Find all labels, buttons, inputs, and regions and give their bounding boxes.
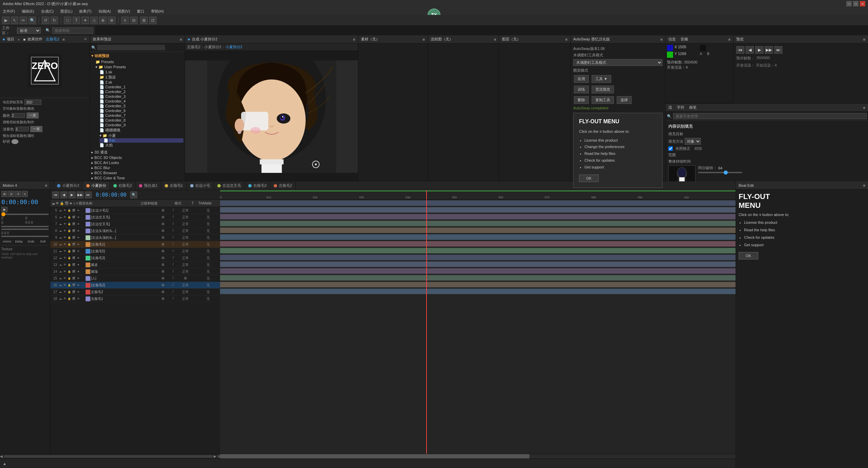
timeline-tab-7[interactable]: 右边小毛 — [187, 181, 214, 190]
motion-btn-2[interactable]: ⊡ — [8, 191, 14, 197]
flow-search-input[interactable] — [673, 113, 867, 119]
track-row-13[interactable] — [220, 254, 736, 261]
layer-row-12[interactable]: 12 ☁ 👁 🔒 🎬 ★ [右脸毛3] 单 / 正常 无 — [50, 255, 220, 262]
as-tool-btn[interactable]: 工具 ▼ — [592, 75, 611, 83]
tool-shape[interactable]: □ — [64, 17, 71, 24]
breadcrumb-zuilian[interactable]: 左脸毛2 — [187, 44, 200, 50]
flow-menu-btn[interactable]: ≡ — [863, 106, 865, 110]
beat-ok-btn[interactable]: OK — [739, 252, 758, 259]
tl-prev-btn[interactable]: ◀ — [60, 192, 67, 198]
preset-ctrl4[interactable]: 📄 Controller_4 — [100, 99, 183, 104]
layer-row-11[interactable]: 11 ☁ 👁 🔒 🎬 ★ [左脸毛5] 单 / 正常 无 — [50, 248, 220, 255]
breadcrumb-xiaoxia2[interactable]: 小夏拆分2 — [225, 44, 242, 50]
color-btn[interactable]: 一展 — [26, 112, 39, 119]
preset-ctrl7[interactable]: 📄 Controller_7 — [100, 113, 183, 118]
timeline-tab-6[interactable]: 左脸毛1 — [161, 181, 187, 190]
fill-target-select[interactable]: 对象 — [685, 138, 701, 145]
menu-help[interactable]: 帮助(H) — [150, 8, 165, 15]
track-row-8[interactable] — [220, 220, 736, 227]
layer-row-8[interactable]: 8 ☁ 👁 🔒 🎬 ★ [左边头顶的头...] 单 / 正常 无 — [50, 228, 220, 234]
align-btn-1[interactable]: ⊞ — [140, 17, 148, 24]
track-row-10[interactable] — [220, 234, 736, 240]
workspace-select[interactable]: 标准 — [17, 28, 41, 34]
track-row-17[interactable] — [220, 281, 736, 288]
layer-row-17[interactable]: 17 ☁ 👁 🔒 🎬 ★ 左脸毛2 单 / 正常 无 — [50, 289, 220, 295]
tool-select[interactable]: ▶ — [2, 17, 10, 24]
layer-row-9[interactable]: 9 ☁ 👁 🔒 🎬 ★ [左边头顶的头...] 单 / 正常 无 — [50, 234, 220, 241]
menu-effects[interactable]: 效果(T) — [78, 8, 93, 15]
tile-width-input[interactable] — [24, 100, 41, 105]
layer-row-18[interactable]: 18 ☁ 👁 🔒 🎬 ★ 右脸毛1 单 / 正常 无 — [50, 295, 220, 302]
bcc-blur[interactable]: ▸ BCC Blur — [91, 166, 183, 170]
panel-close[interactable]: ✕ — [84, 37, 87, 41]
bcc-3d-objects[interactable]: ▸ BCC 3D Objects — [91, 156, 183, 160]
tool-redo[interactable]: ↻ — [51, 17, 58, 24]
effects-menu-btn[interactable]: ≡ — [180, 37, 182, 41]
menu-compose[interactable]: 合成(C) — [40, 8, 55, 15]
preset-ctrl2[interactable]: 📄 Controller_2 — [100, 90, 183, 94]
layer-row-10[interactable]: 10 ☁ 👁 🔒 🎬 ★ [左脸毛1] 单 / 正常 无 — [50, 241, 220, 248]
playhead[interactable] — [426, 190, 427, 199]
preset-ctrl1[interactable]: 📄 Controller_1 — [100, 85, 183, 89]
tool-align-h[interactable]: ⊟ — [130, 17, 138, 24]
timeline-tab-10[interactable]: 左脸毛2 — [270, 181, 296, 190]
preset-1[interactable]: 📁 1.预设 — [100, 75, 183, 80]
track-row-12[interactable] — [220, 247, 736, 254]
preset-ctrl5[interactable]: 📄 Controller_5 — [100, 104, 183, 108]
tool-stamp[interactable]: ⊕ — [99, 17, 107, 24]
flyout-ok-btn[interactable]: OK — [579, 175, 599, 182]
timeline-scroll-left[interactable]: ◀ — [0, 454, 3, 458]
timeline-tab-9[interactable]: 右脸毛3 — [245, 181, 270, 190]
preset-mmmo[interactable]: 📄 嗯嗯嗯哦 — [100, 128, 183, 133]
tl-next-btn[interactable]: ▶▶ — [77, 192, 84, 198]
layer-row-5[interactable]: 5 ☁ 👁 🔒 🎬 ★ [左边小毛1] 单 / 正常 无 — [50, 207, 220, 214]
track-row-5[interactable] — [220, 200, 736, 206]
as-train-btn[interactable]: 训练 — [574, 86, 589, 93]
xiaoxia-folder[interactable]: ▾ 📁 小夏 — [100, 133, 183, 138]
as-mode-select[interactable]: 木偶图钉工具模式 — [573, 59, 663, 66]
effects-search-input[interactable] — [97, 45, 165, 50]
timeline-expand[interactable]: ⧉ — [218, 454, 220, 458]
timeline-tab-4[interactable]: 右脸毛2 — [110, 181, 135, 190]
menu-edit[interactable]: 编辑(E) — [20, 8, 36, 15]
playback-first[interactable]: ⏮ — [736, 46, 744, 54]
beat-edit-menu-btn[interactable]: ≡ — [863, 183, 865, 187]
as-select-btn[interactable]: 选择 — [617, 96, 632, 104]
breadcrumb-xiaoxia1[interactable]: 小夏拆分2 — [204, 44, 221, 50]
menu-layer[interactable]: 图层(L) — [59, 8, 74, 15]
timeline-tab-2[interactable]: 小夏拆分2 — [54, 181, 83, 190]
layer-row-13[interactable]: 13 ☁ 👁 🔒 🎬 ★ 腻皮 单 / 正常 无 — [50, 262, 220, 268]
tool-eraser[interactable]: ◇ — [90, 17, 98, 24]
motion-slider-2[interactable] — [1, 226, 49, 227]
preview-menu-btn[interactable]: ≡ — [353, 37, 355, 41]
motion-btn-1[interactable]: ⊞ — [1, 191, 7, 197]
preset-ctrl9[interactable]: 📄 Controller_9 — [100, 123, 183, 127]
as-apply-btn[interactable]: 应用 — [574, 75, 589, 83]
menu-animation[interactable]: 动画(A) — [97, 8, 112, 15]
source-menu[interactable]: ≡ — [423, 37, 425, 41]
info-menu[interactable]: ≡ — [728, 37, 730, 41]
light-correction-checkbox[interactable] — [668, 146, 673, 151]
as-delete-btn[interactable]: 删除 — [574, 96, 589, 104]
motion-btn-4[interactable]: ⊙ — [22, 191, 28, 197]
preset-ctrl8[interactable]: 📄 Controller_8 — [100, 118, 183, 123]
motion-slider-4[interactable] — [1, 236, 49, 237]
tl-search-btn[interactable]: 🔍 — [130, 192, 137, 198]
motion-menu-btn[interactable]: ≡ — [45, 183, 47, 187]
tl-first-btn[interactable]: ⏮ — [52, 192, 59, 198]
bcc-art-looks[interactable]: ▸ BCC Art Looks — [91, 161, 183, 165]
as-flow-btn[interactable]: 宽流预览 — [592, 86, 614, 93]
composition-view[interactable] — [185, 60, 358, 173]
timeline-zoom-bar[interactable] — [4, 455, 212, 457]
bcc-color-tone[interactable]: ▸ BCC Color & Tone — [91, 176, 183, 180]
preset-2sk[interactable]: 📄 2.sk — [100, 80, 183, 85]
timeline-tab-8[interactable]: 左边交叉毛 — [214, 181, 245, 190]
search-input[interactable] — [52, 28, 93, 34]
track-row-11[interactable] — [220, 240, 736, 247]
menu-view[interactable]: 视图(V) — [116, 8, 131, 15]
effects-controls-menu[interactable]: ≡ — [62, 37, 65, 41]
track-row-6[interactable] — [220, 206, 736, 213]
tool-pen[interactable]: ✏ — [20, 17, 27, 24]
presets-item[interactable]: 📁 Presets — [95, 60, 183, 64]
layer-row-16[interactable]: 16 ☁ 👁 🔒 🎬 ★ [左脸毛2] 单 / 正常 无 — [50, 282, 220, 289]
